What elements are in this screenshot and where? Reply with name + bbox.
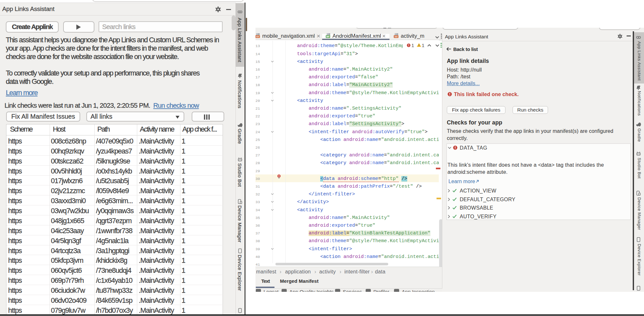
svg-text:<>: <> <box>256 35 259 38</box>
svg-text:<>: <> <box>395 35 397 38</box>
svg-text:MF: MF <box>326 35 329 38</box>
